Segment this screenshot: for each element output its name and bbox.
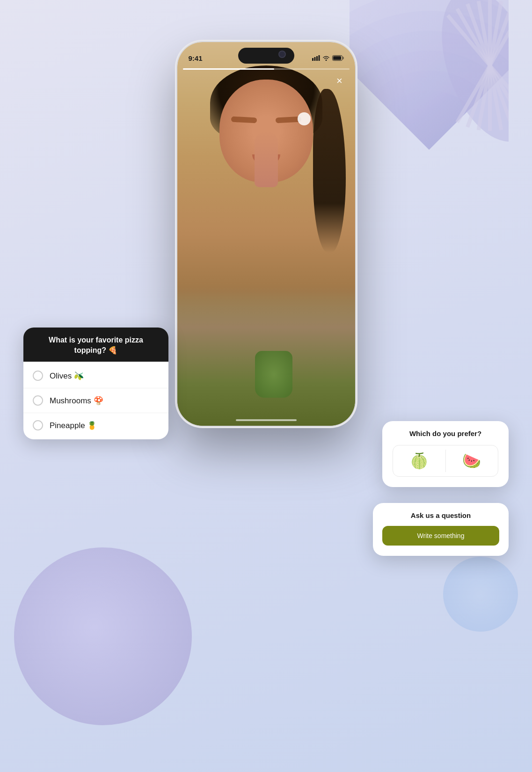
wifi-icon [322,55,330,61]
svg-rect-11 [316,56,318,61]
photo-background [177,42,355,426]
poll-options: Olives 🫒 Mushrooms 🍄 Pineapple 🍍 [23,362,168,439]
svg-rect-12 [318,55,320,61]
svg-rect-15 [333,56,341,60]
ask-title: Ask us a question [382,511,499,519]
fan-decoration [350,0,509,150]
phone-screen: 9:41 [177,42,355,426]
list-item[interactable]: Olives 🫒 [23,364,168,388]
preference-card: Which do you prefer? 🍈 🍉 [382,421,509,487]
option-label-mushrooms: Mushrooms 🍄 [50,396,103,406]
ask-question-card: Ask us a question Write something [373,503,509,556]
blob-purple-large [14,547,192,725]
radio-button-olives[interactable] [33,371,43,381]
ask-placeholder-text: Write something [417,532,465,539]
home-indicator [236,419,297,421]
preference-option-watermelon[interactable]: 🍉 [446,445,498,476]
radio-button-pineapple[interactable] [33,420,43,430]
svg-rect-10 [314,57,315,61]
poll-question: What is your favorite pizza topping? 🍕 [33,335,159,355]
poll-card: What is your favorite pizza topping? 🍕 O… [23,328,168,439]
battery-icon [332,55,344,61]
list-item[interactable]: Mushrooms 🍄 [23,388,168,413]
preference-options-container: 🍈 🍉 [393,445,498,477]
preference-option-melon[interactable]: 🍈 [393,445,445,476]
svg-rect-9 [312,58,313,61]
poll-header: What is your favorite pizza topping? 🍕 [23,328,168,362]
preference-title: Which do you prefer? [393,430,498,437]
status-time: 9:41 [189,54,203,62]
ask-input-button[interactable]: Write something [382,526,499,546]
blob-blue-small [443,557,518,632]
radio-button-mushrooms[interactable] [33,395,43,406]
dynamic-island [238,48,294,64]
signal-icon [312,55,320,61]
option-label-olives: Olives 🫒 [50,371,84,381]
option-label-pineapple: Pineapple 🍍 [50,421,97,430]
svg-point-13 [325,59,327,61]
status-icons [312,55,344,61]
story-progress-bar [183,68,350,70]
phone-frame: 9:41 [177,42,355,426]
list-item[interactable]: Pineapple 🍍 [23,413,168,437]
close-button[interactable]: × [333,74,347,88]
